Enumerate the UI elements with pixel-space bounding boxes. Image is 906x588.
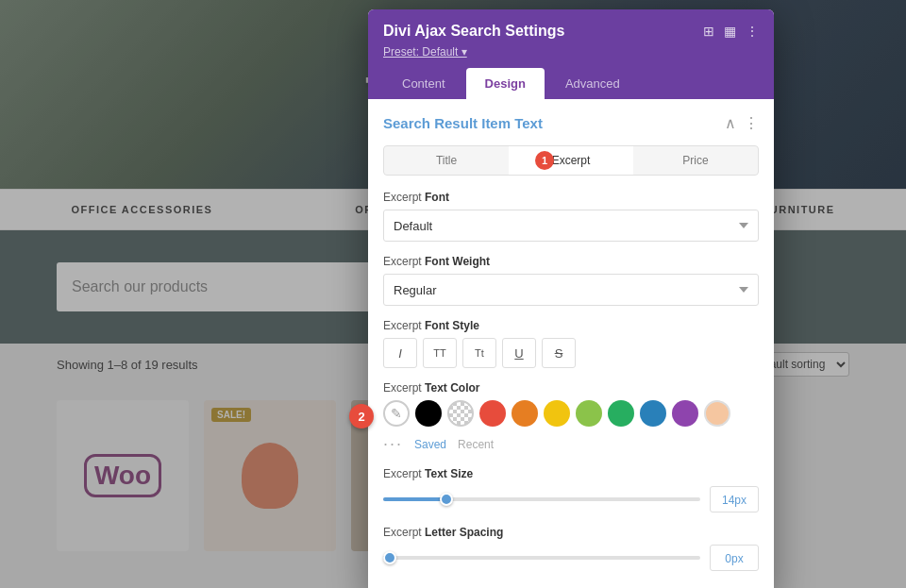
sub-tab-price[interactable]: Price [633, 146, 758, 175]
color-green[interactable] [608, 400, 634, 427]
tab-content[interactable]: Content [383, 68, 464, 99]
color-swatches: ✎ [383, 400, 759, 427]
saved-label[interactable]: Saved [414, 438, 446, 451]
uppercase-btn[interactable]: TT [423, 338, 457, 368]
columns-icon[interactable]: ▦ [724, 24, 736, 39]
excerpt-text-size-label: Excerpt Text Size [383, 467, 759, 480]
excerpt-font-weight-row: Excerpt Font Weight Regular [383, 255, 759, 306]
panel-body: Search Result Item Text ∧ ⋮ Title 1 Exce… [368, 99, 774, 588]
color-picker-icon[interactable]: ✎ [383, 400, 410, 427]
panel-title-row: Divi Ajax Search Settings ⊞ ▦ ⋮ [383, 23, 759, 40]
underline-btn[interactable]: U [502, 338, 536, 368]
excerpt-font-style-row: Excerpt Font Style I TT Tt U S [383, 319, 759, 368]
sub-tabs: Title 1 Excerpt Price [383, 145, 759, 176]
letter-spacing-value[interactable]: 0px [710, 545, 759, 571]
panel-title: Divi Ajax Search Settings [383, 23, 564, 40]
text-size-slider-row: 14px [383, 486, 759, 512]
text-size-fill [383, 497, 446, 501]
section-controls: ∧ ⋮ [725, 114, 759, 132]
letter-spacing-thumb[interactable] [383, 551, 396, 564]
recent-label[interactable]: Recent [458, 438, 494, 451]
color-eraser[interactable] [704, 400, 730, 427]
sub-tab-excerpt[interactable]: 1 Excerpt [509, 146, 633, 175]
color-black[interactable] [415, 400, 442, 427]
excerpt-text-color-row: Excerpt Text Color ✎ ··· Saved Recent [383, 381, 759, 454]
tab-design[interactable]: Design [466, 68, 545, 99]
saved-recent-row: ··· Saved Recent [383, 434, 759, 454]
section-more-icon[interactable]: ⋮ [744, 114, 759, 132]
text-size-thumb[interactable] [440, 493, 453, 506]
excerpt-letter-spacing-row: Excerpt Letter Spacing 0px [383, 526, 759, 571]
color-red[interactable] [479, 400, 506, 427]
excerpt-font-row: Excerpt Font Default [383, 191, 759, 242]
panel-preset[interactable]: Preset: Default ▾ [383, 45, 759, 59]
excerpt-letter-spacing-label: Excerpt Letter Spacing [383, 526, 759, 539]
excerpt-font-label: Excerpt Font [383, 191, 759, 204]
strikethrough-btn[interactable]: S [542, 338, 576, 368]
text-size-value[interactable]: 14px [710, 486, 759, 512]
excerpt-font-select[interactable]: Default [383, 210, 759, 242]
fullscreen-icon[interactable]: ⊞ [703, 24, 714, 39]
section-header: Search Result Item Text ∧ ⋮ [383, 114, 759, 132]
style-buttons: I TT Tt U S [383, 338, 759, 368]
sub-tab-title[interactable]: Title [384, 146, 509, 175]
section-title: Search Result Item Text [383, 115, 543, 131]
excerpt-font-style-label: Excerpt Font Style [383, 319, 759, 332]
excerpt-text-color-label: Excerpt Text Color [383, 381, 759, 395]
tab-advanced[interactable]: Advanced [546, 68, 639, 99]
excerpt-text-size-row: Excerpt Text Size 14px [383, 467, 759, 512]
excerpt-font-weight-label: Excerpt Font Weight [383, 255, 759, 268]
collapse-icon[interactable]: ∧ [725, 114, 736, 132]
italic-btn[interactable]: I [383, 338, 417, 368]
color-yellow[interactable] [544, 400, 570, 427]
more-options-icon[interactable]: ⋮ [746, 24, 759, 39]
color-blue[interactable] [640, 400, 666, 427]
text-size-slider[interactable] [383, 497, 700, 501]
capitalize-btn[interactable]: Tt [462, 338, 496, 368]
letter-spacing-slider-row: 0px [383, 545, 759, 571]
color-transparent[interactable] [447, 400, 474, 427]
panel-header: Divi Ajax Search Settings ⊞ ▦ ⋮ Preset: … [368, 9, 774, 99]
excerpt-font-weight-select[interactable]: Regular [383, 274, 759, 306]
letter-spacing-slider[interactable] [383, 556, 700, 560]
color-orange[interactable] [512, 400, 538, 427]
color-purple[interactable] [672, 400, 698, 427]
badge-2: 2 [349, 404, 374, 428]
panel-tabs: Content Design Advanced [383, 68, 759, 99]
sub-tab-badge: 1 [535, 151, 554, 170]
panel-header-icons: ⊞ ▦ ⋮ [703, 24, 759, 39]
more-colors-btn[interactable]: ··· [383, 434, 403, 454]
settings-panel: Divi Ajax Search Settings ⊞ ▦ ⋮ Preset: … [368, 9, 774, 588]
color-lime[interactable] [576, 400, 602, 427]
